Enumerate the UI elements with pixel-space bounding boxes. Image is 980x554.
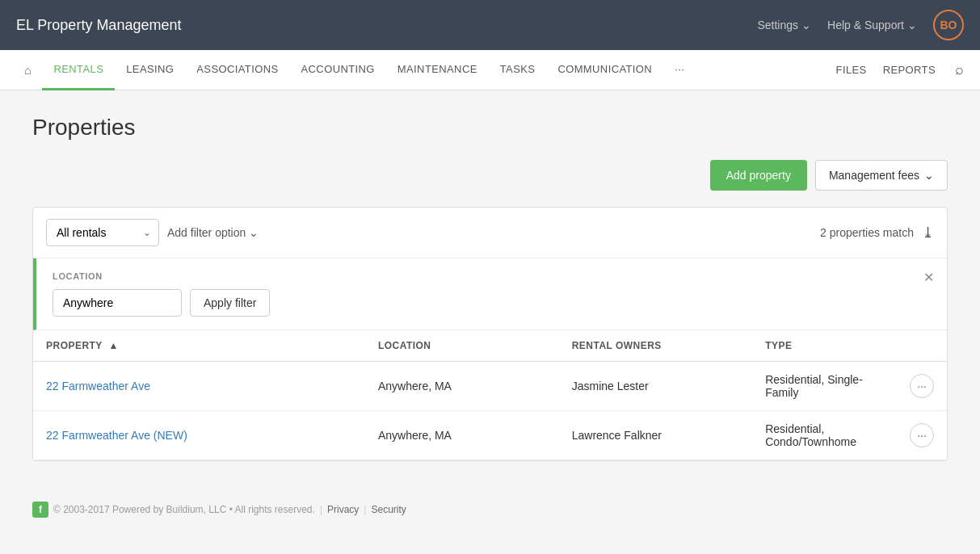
table-cell-property-2: 22 Farmweather Ave (NEW) <box>33 411 365 460</box>
sort-arrow-icon: ▲ <box>108 340 118 351</box>
table-row: 22 Farmweather Ave (NEW) Anywhere, MA La… <box>33 411 947 460</box>
help-chevron-icon: ⌄ <box>907 19 917 31</box>
footer-copyright: © 2003-2017 Powered by Buildium, LLC • A… <box>53 504 315 515</box>
nav-item-more[interactable]: ··· <box>663 50 696 90</box>
nav-files-button[interactable]: Files <box>836 64 867 76</box>
ellipsis-icon-1: ··· <box>917 380 927 392</box>
all-rentals-select[interactable]: All rentals <box>46 219 159 246</box>
col-header-location[interactable]: Location <box>365 330 559 362</box>
settings-chevron-icon: ⌄ <box>801 19 811 31</box>
col-header-actions <box>897 330 947 362</box>
nav-item-accounting[interactable]: Accounting <box>290 50 386 90</box>
nav-item-maintenance[interactable]: Maintenance <box>386 50 489 90</box>
col-header-type[interactable]: Type <box>752 330 897 362</box>
page-title: Properties <box>32 115 948 141</box>
avatar[interactable]: BO <box>933 10 964 40</box>
table-cell-owners-1: Jasmine Lester <box>559 362 752 411</box>
footer-separator-1: | <box>320 504 322 515</box>
app-title: EL Property Management <box>16 17 181 34</box>
row-actions-button-2[interactable]: ··· <box>910 423 934 447</box>
management-fees-button[interactable]: Management fees ⌄ <box>815 160 948 191</box>
add-filter-chevron-icon: ⌄ <box>249 226 259 239</box>
table-cell-location-2: Anywhere, MA <box>365 411 559 460</box>
ellipsis-icon-2: ··· <box>917 429 927 442</box>
table-cell-actions-1: ··· <box>897 362 947 411</box>
add-property-button[interactable]: Add property <box>710 160 807 191</box>
footer-privacy-link[interactable]: Privacy <box>327 504 359 515</box>
search-icon: ⌕ <box>955 61 964 78</box>
properties-table: Property ▲ Location Rental Owners Type 2… <box>33 330 947 460</box>
page-content: Properties Add property Management fees … <box>0 90 980 485</box>
close-icon: ✕ <box>923 271 934 284</box>
apply-filter-button[interactable]: Apply filter <box>190 289 270 317</box>
property-link-1[interactable]: 22 Farmweather Ave <box>46 380 150 392</box>
nav-item-rentals[interactable]: Rentals <box>42 50 115 90</box>
filter-match-info: 2 properties match ⤓ <box>820 224 934 241</box>
table-row: 22 Farmweather Ave Anywhere, MA Jasmine … <box>33 362 947 411</box>
col-header-rental-owners[interactable]: Rental Owners <box>559 330 752 362</box>
location-input[interactable] <box>53 289 182 317</box>
table-cell-actions-2: ··· <box>897 411 947 460</box>
col-header-property[interactable]: Property ▲ <box>33 330 365 362</box>
search-button[interactable]: ⌕ <box>952 58 967 82</box>
table-cell-location-1: Anywhere, MA <box>365 362 559 411</box>
footer-security-link[interactable]: Security <box>371 504 406 515</box>
location-label: LOCATION <box>53 271 931 281</box>
nav-item-leasing[interactable]: Leasing <box>115 50 185 90</box>
table-cell-property: 22 Farmweather Ave <box>33 362 365 411</box>
location-inputs: Apply filter <box>53 289 931 317</box>
row-actions-button-1[interactable]: ··· <box>910 374 934 398</box>
nav-item-associations[interactable]: Associations <box>185 50 289 90</box>
nav-items: Rentals Leasing Associations Accounting … <box>42 50 835 90</box>
table-cell-type-1: Residential, Single-Family <box>752 362 897 411</box>
table-cell-owners-2: Lawrence Falkner <box>559 411 752 460</box>
table-head: Property ▲ Location Rental Owners Type <box>33 330 947 362</box>
home-icon: ⌂ <box>24 64 31 77</box>
page-actions: Add property Management fees ⌄ <box>32 160 948 191</box>
location-filter: LOCATION Apply filter ✕ <box>33 258 947 330</box>
table-cell-type-2: Residential, Condo/Townhome <box>752 411 897 460</box>
buildium-icon: f <box>32 502 48 518</box>
nav-item-communication[interactable]: Communication <box>546 50 663 90</box>
help-support-button[interactable]: Help & Support ⌄ <box>827 19 917 31</box>
settings-button[interactable]: Settings ⌄ <box>757 19 811 31</box>
properties-match-count: 2 properties match <box>820 226 914 239</box>
management-fees-chevron-icon: ⌄ <box>924 169 934 182</box>
nav-right: Files Reports ⌕ <box>836 58 967 82</box>
property-link-2[interactable]: 22 Farmweather Ave (NEW) <box>46 429 187 442</box>
close-filter-button[interactable]: ✕ <box>923 270 934 285</box>
nav-reports-button[interactable]: Reports <box>883 64 936 76</box>
nav-bar: ⌂ Rentals Leasing Associations Accountin… <box>0 50 980 90</box>
table-body: 22 Farmweather Ave Anywhere, MA Jasmine … <box>33 362 947 460</box>
footer-separator-2: | <box>364 504 366 515</box>
header-right: Settings ⌄ Help & Support ⌄ BO <box>757 10 964 40</box>
top-header: EL Property Management Settings ⌄ Help &… <box>0 0 980 50</box>
nav-home-button[interactable]: ⌂ <box>13 50 42 90</box>
nav-item-tasks[interactable]: Tasks <box>489 50 547 90</box>
footer: f © 2003-2017 Powered by Buildium, LLC •… <box>0 485 980 534</box>
download-icon[interactable]: ⤓ <box>922 224 934 241</box>
filter-row: All rentals ⌄ Add filter option ⌄ 2 prop… <box>33 208 947 258</box>
rentals-filter-wrap: All rentals ⌄ <box>46 219 159 246</box>
filter-panel: All rentals ⌄ Add filter option ⌄ 2 prop… <box>32 207 948 461</box>
add-filter-option-button[interactable]: Add filter option ⌄ <box>167 226 259 239</box>
